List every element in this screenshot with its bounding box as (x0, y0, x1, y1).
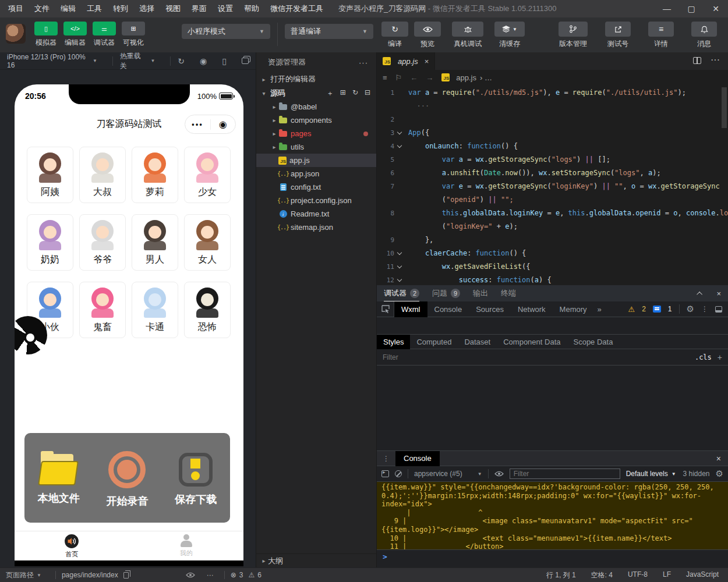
sim-refresh-icon[interactable]: ↻ (178, 56, 185, 66)
outline-section[interactable]: ▸大纲 (256, 553, 376, 567)
styles-tab-computed[interactable]: Computed (410, 335, 458, 349)
close-drawer-icon[interactable]: × (716, 454, 728, 463)
devtools-tab-console[interactable]: Console (427, 301, 469, 317)
panel-tab-终端[interactable]: 终端 (501, 285, 516, 301)
refresh-tree-icon[interactable]: ↻ (352, 88, 358, 98)
sim-record-icon[interactable]: ◉ (200, 56, 207, 66)
styles-filter-input[interactable] (383, 353, 689, 361)
file-item-@babel[interactable]: ▸@babel (256, 100, 376, 113)
panel-tab-问题[interactable]: 问题9 (432, 285, 460, 301)
log-levels-select[interactable]: Default levels▼ (626, 470, 676, 478)
mode-select[interactable]: 小程序模式▼ (182, 24, 270, 39)
warning-count[interactable]: 2 (642, 305, 646, 313)
devtools-settings-icon[interactable]: ⚙ (687, 304, 694, 314)
sim-phone-icon[interactable]: ▯ (222, 56, 227, 66)
voice-avatar-card[interactable]: 大叔 (79, 147, 126, 203)
close-panel-icon[interactable]: × (716, 289, 721, 298)
console-prompt-row[interactable]: > (377, 550, 728, 567)
exit-button[interactable]: ◉ (211, 119, 236, 130)
statusbar-eye-icon[interactable] (186, 572, 195, 578)
file-item-pages[interactable]: ▸pages (256, 127, 376, 140)
collapse-panel-icon[interactable] (697, 291, 703, 297)
menu-item[interactable]: 编辑 (61, 3, 76, 14)
statusbar-item[interactable]: 空格: 4 (591, 570, 613, 580)
tab-appjs[interactable]: JS app.js × (377, 52, 435, 70)
menu-item[interactable]: 设置 (218, 3, 233, 14)
save-download-button[interactable]: 保存下载 (175, 453, 217, 506)
source-section[interactable]: ▾源码 ＋ ⊞ ↻ ⊟ (256, 86, 376, 100)
clear-cache-button[interactable]: ▼ 清缓存 (494, 22, 525, 49)
menu-item[interactable]: 微信开发者工具 (270, 3, 323, 14)
editor-more-icon[interactable]: ··· (711, 55, 720, 65)
copy-icon[interactable] (123, 572, 129, 579)
compile-mode-select[interactable]: 普通编译▼ (285, 24, 373, 39)
panel-tab-调试器[interactable]: 调试器2 (384, 285, 419, 301)
voice-avatar-card[interactable]: 少女 (184, 147, 231, 203)
sim-window-icon[interactable] (242, 58, 249, 64)
file-item-utils[interactable]: ▸utils (256, 140, 376, 154)
details-button[interactable]: ≡ 详情 (648, 22, 674, 49)
styles-tab-component-data[interactable]: Component Data (497, 335, 567, 349)
file-item-config.txt[interactable]: config.txt (256, 180, 376, 194)
device-debug-button[interactable]: 真机调试 (452, 22, 483, 49)
messages-button[interactable]: 消息 (691, 22, 717, 49)
drawer-menu-icon[interactable]: ⋮ (377, 455, 395, 463)
page-path-select[interactable]: 页面路径▼ (6, 570, 41, 580)
menu-item[interactable]: 界面 (192, 3, 207, 14)
styles-tab-styles[interactable]: Styles (377, 335, 410, 349)
menu-item[interactable]: 帮助 (244, 3, 259, 14)
version-manage-button[interactable]: 版本管理 (559, 22, 588, 49)
voice-avatar-card[interactable]: 鬼畜 (79, 282, 126, 338)
dock-icon[interactable] (715, 306, 722, 313)
fold-chevron-icon[interactable] (397, 143, 402, 148)
more-button[interactable]: ••• (185, 120, 210, 129)
open-editors-section[interactable]: ▸打开的编辑器 (256, 72, 376, 86)
devtools-tab-wxml[interactable]: Wxml (394, 301, 427, 317)
statusbar-item[interactable]: 行 1, 列 1 (546, 570, 576, 580)
new-file-icon[interactable]: ＋ (327, 88, 334, 98)
voice-avatar-card[interactable]: 萝莉 (132, 147, 178, 203)
menu-item[interactable]: 选择 (139, 3, 154, 14)
toggle-debugger[interactable]: ⚌ 调试器 (93, 22, 116, 48)
clear-console-icon[interactable] (395, 470, 402, 477)
start-record-button[interactable]: 开始录音 (106, 451, 148, 508)
devtools-tab-sources[interactable]: Sources (469, 301, 511, 317)
split-editor-icon[interactable] (693, 57, 701, 64)
statusbar-item[interactable]: UTF-8 (628, 570, 648, 580)
close-tab-icon[interactable]: × (425, 57, 429, 66)
minimize-button[interactable]: — (655, 0, 679, 17)
statusbar-more-icon[interactable]: ··· (207, 571, 214, 579)
file-item-components[interactable]: ▸components (256, 113, 376, 127)
breadcrumb[interactable]: ≡ ⚐ ← → JS app.js › … (377, 70, 728, 85)
fold-chevron-icon[interactable] (397, 130, 402, 134)
preview-button[interactable]: 预览 (414, 22, 441, 49)
toggle-editor[interactable]: </> 编辑器 (63, 22, 87, 48)
voice-avatar-card[interactable]: 卡通 (132, 282, 178, 338)
cls-button[interactable]: .cls (695, 353, 712, 361)
console-eye-icon[interactable] (494, 471, 504, 477)
new-folder-icon[interactable]: ⊞ (340, 88, 346, 98)
voice-avatar-card[interactable]: 阿姨 (27, 147, 73, 203)
menu-item[interactable]: 工具 (87, 3, 102, 14)
file-item-Readme.txt[interactable]: iReadme.txt (256, 207, 376, 221)
code-editor[interactable]: 1var a = require("./utils/md5.js"), e = … (377, 85, 728, 285)
outline-list-icon[interactable]: ≡ (383, 73, 387, 82)
console-settings-icon[interactable]: ⚙ (716, 469, 723, 479)
hot-reload-toggle[interactable]: 热重载 关 ▼ (120, 51, 156, 71)
voice-avatar-card[interactable]: 奶奶 (27, 214, 73, 271)
statusbar-item[interactable]: JavaScript (686, 570, 719, 580)
user-avatar[interactable] (6, 24, 26, 44)
file-item-app.json[interactable]: {..}app.json (256, 167, 376, 180)
console-filter-input[interactable] (510, 469, 620, 479)
context-select[interactable]: appservice (#5)▼ (414, 470, 482, 478)
menu-item[interactable]: 转到 (113, 3, 128, 14)
fold-chevron-icon[interactable] (397, 277, 402, 282)
voice-avatar-card[interactable]: 恐怖 (184, 282, 231, 338)
more-tabs-icon[interactable]: » (598, 305, 602, 314)
voice-avatar-card[interactable]: 女人 (184, 214, 231, 271)
add-style-icon[interactable]: + (718, 353, 722, 362)
file-item-sitemap.json[interactable]: {..}sitemap.json (256, 221, 376, 234)
voice-avatar-card[interactable]: 爷爷 (79, 214, 126, 271)
voice-avatar-card[interactable]: 男人 (132, 214, 178, 271)
device-select[interactable]: iPhone 12/13 (Pro) 100% 16 ▼ (7, 53, 97, 69)
